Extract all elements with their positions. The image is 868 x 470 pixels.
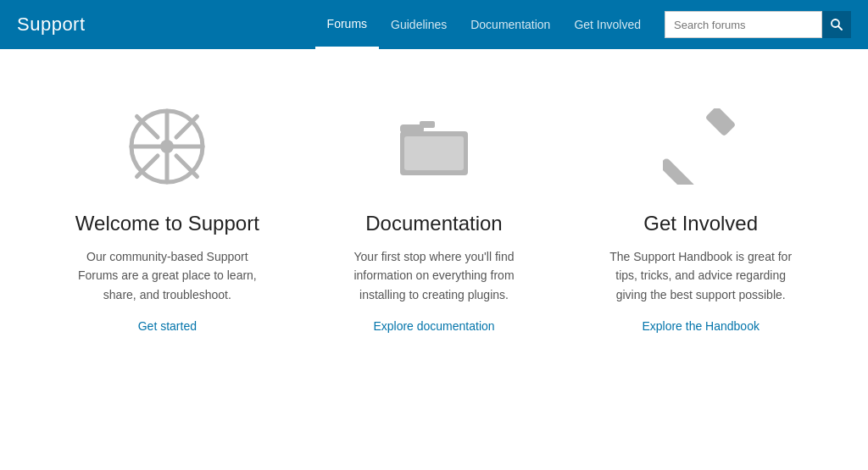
svg-line-11	[137, 156, 159, 177]
card-documentation: Documentation Your first stop where you'…	[301, 100, 568, 333]
search-icon	[831, 19, 843, 30]
search-input[interactable]	[665, 11, 822, 38]
card-get-involved-desc: The Support Handbook is great for tips, …	[604, 247, 798, 304]
svg-rect-13	[420, 121, 435, 128]
svg-line-10	[176, 117, 198, 138]
card-get-involved-title: Get Involved	[643, 212, 758, 235]
svg-line-8	[137, 117, 159, 138]
nav-get-involved[interactable]: Get Involved	[562, 0, 653, 49]
card-get-involved: Get Involved The Support Handbook is gre…	[567, 100, 834, 333]
svg-rect-17	[663, 157, 697, 185]
svg-line-1	[838, 26, 842, 30]
svg-rect-15	[404, 136, 464, 170]
search-area	[665, 11, 851, 38]
svg-line-9	[176, 156, 198, 177]
card-welcome-desc: Our community-based Support Forums are a…	[70, 247, 264, 304]
card-welcome: Welcome to Support Our community-based S…	[34, 100, 301, 333]
card-documentation-link[interactable]: Explore documentation	[373, 319, 494, 333]
main-content: Welcome to Support Our community-based S…	[0, 49, 868, 367]
card-documentation-title: Documentation	[365, 212, 502, 235]
nav-documentation[interactable]: Documentation	[459, 0, 562, 49]
card-get-involved-link[interactable]: Explore the Handbook	[642, 319, 760, 333]
hammer-icon	[663, 108, 739, 185]
card-welcome-title: Welcome to Support	[75, 212, 259, 235]
wheel-icon-wrapper	[120, 100, 214, 193]
nav-forums[interactable]: Forums	[315, 0, 379, 49]
svg-rect-16	[704, 108, 736, 136]
wheel-icon	[129, 108, 205, 185]
folder-icon-wrapper	[387, 100, 481, 193]
folder-icon	[396, 113, 472, 180]
hammer-icon-wrapper	[654, 100, 748, 193]
site-title: Support	[17, 14, 86, 36]
search-button[interactable]	[822, 11, 851, 38]
card-documentation-desc: Your first stop where you'll find inform…	[337, 247, 531, 304]
main-nav: Forums Guidelines Documentation Get Invo…	[315, 0, 653, 49]
card-welcome-link[interactable]: Get started	[138, 319, 197, 333]
nav-guidelines[interactable]: Guidelines	[379, 0, 459, 49]
site-header: Support Forums Guidelines Documentation …	[0, 0, 868, 49]
